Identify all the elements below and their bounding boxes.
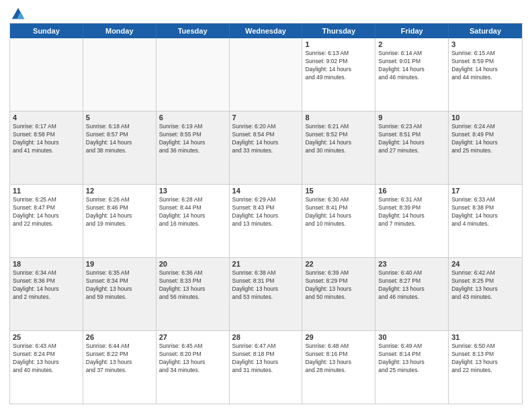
day-number: 6 [159, 113, 226, 122]
calendar-header: SundayMondayTuesdayWednesdayThursdayFrid… [10, 24, 522, 38]
day-number: 12 [86, 187, 153, 195]
day-number: 28 [232, 333, 300, 341]
day-info: Sunrise: 6:26 AM Sunset: 8:46 PM Dayligh… [86, 196, 153, 228]
cal-cell: 28Sunrise: 6:47 AM Sunset: 8:18 PM Dayli… [230, 331, 303, 404]
day-number: 10 [451, 113, 519, 122]
cal-cell: 1Sunrise: 6:13 AM Sunset: 9:02 PM Daylig… [302, 38, 375, 111]
day-info: Sunrise: 6:19 AM Sunset: 8:55 PM Dayligh… [159, 123, 226, 155]
day-number: 2 [378, 40, 445, 48]
day-number: 20 [159, 260, 226, 268]
day-info: Sunrise: 6:20 AM Sunset: 8:54 PM Dayligh… [232, 123, 300, 155]
day-number: 30 [378, 333, 445, 341]
cal-cell: 24Sunrise: 6:42 AM Sunset: 8:25 PM Dayli… [449, 258, 522, 330]
cal-cell: 7Sunrise: 6:20 AM Sunset: 8:54 PM Daylig… [230, 111, 303, 184]
cal-cell: 14Sunrise: 6:29 AM Sunset: 8:43 PM Dayli… [230, 185, 303, 257]
week-row-2: 11Sunrise: 6:25 AM Sunset: 8:47 PM Dayli… [10, 185, 522, 258]
cal-cell: 18Sunrise: 6:34 AM Sunset: 8:36 PM Dayli… [10, 258, 83, 330]
day-number: 21 [232, 260, 300, 268]
day-info: Sunrise: 6:36 AM Sunset: 8:33 PM Dayligh… [159, 269, 226, 302]
day-info: Sunrise: 6:15 AM Sunset: 8:59 PM Dayligh… [451, 50, 519, 82]
cal-cell: 26Sunrise: 6:44 AM Sunset: 8:22 PM Dayli… [83, 331, 157, 404]
day-info: Sunrise: 6:39 AM Sunset: 8:29 PM Dayligh… [305, 269, 372, 302]
day-number: 13 [159, 187, 226, 195]
cal-cell: 27Sunrise: 6:45 AM Sunset: 8:20 PM Dayli… [157, 331, 230, 404]
day-info: Sunrise: 6:25 AM Sunset: 8:47 PM Dayligh… [13, 196, 80, 228]
week-row-3: 18Sunrise: 6:34 AM Sunset: 8:36 PM Dayli… [10, 258, 522, 331]
calendar-body: 1Sunrise: 6:13 AM Sunset: 9:02 PM Daylig… [10, 38, 522, 404]
day-number: 24 [451, 260, 519, 268]
header-day-thursday: Thursday [302, 24, 375, 38]
page: SundayMondayTuesdayWednesdayThursdayFrid… [0, 0, 532, 411]
header-day-monday: Monday [83, 24, 157, 38]
day-info: Sunrise: 6:43 AM Sunset: 8:24 PM Dayligh… [13, 342, 80, 375]
day-info: Sunrise: 6:48 AM Sunset: 8:16 PM Dayligh… [305, 342, 372, 375]
cal-cell: 21Sunrise: 6:38 AM Sunset: 8:31 PM Dayli… [230, 258, 303, 330]
header-day-tuesday: Tuesday [157, 24, 230, 38]
day-info: Sunrise: 6:23 AM Sunset: 8:51 PM Dayligh… [378, 123, 445, 155]
day-info: Sunrise: 6:35 AM Sunset: 8:34 PM Dayligh… [86, 269, 153, 302]
cal-cell: 30Sunrise: 6:49 AM Sunset: 8:14 PM Dayli… [375, 331, 449, 404]
header-day-saturday: Saturday [449, 24, 522, 38]
day-info: Sunrise: 6:30 AM Sunset: 8:41 PM Dayligh… [305, 196, 372, 228]
day-info: Sunrise: 6:13 AM Sunset: 9:02 PM Dayligh… [305, 50, 372, 82]
day-info: Sunrise: 6:18 AM Sunset: 8:57 PM Dayligh… [86, 123, 153, 155]
day-number: 29 [305, 333, 372, 341]
week-row-4: 25Sunrise: 6:43 AM Sunset: 8:24 PM Dayli… [10, 331, 522, 404]
day-number: 18 [13, 260, 80, 268]
day-info: Sunrise: 6:24 AM Sunset: 8:49 PM Dayligh… [451, 123, 519, 155]
day-number: 9 [378, 113, 445, 122]
cal-cell: 31Sunrise: 6:50 AM Sunset: 8:13 PM Dayli… [449, 331, 522, 404]
day-number: 26 [86, 333, 153, 341]
day-number: 11 [13, 187, 80, 195]
day-number: 5 [86, 113, 153, 122]
calendar: SundayMondayTuesdayWednesdayThursdayFrid… [9, 23, 523, 404]
day-number: 22 [305, 260, 372, 268]
day-info: Sunrise: 6:45 AM Sunset: 8:20 PM Dayligh… [159, 342, 226, 375]
cal-cell: 19Sunrise: 6:35 AM Sunset: 8:34 PM Dayli… [83, 258, 157, 330]
cal-cell: 15Sunrise: 6:30 AM Sunset: 8:41 PM Dayli… [302, 185, 375, 257]
cal-cell: 25Sunrise: 6:43 AM Sunset: 8:24 PM Dayli… [10, 331, 83, 404]
day-number: 1 [305, 40, 372, 48]
day-info: Sunrise: 6:29 AM Sunset: 8:43 PM Dayligh… [232, 196, 300, 228]
logo [9, 7, 26, 19]
day-number: 7 [232, 113, 300, 122]
day-number: 23 [378, 260, 445, 268]
day-number: 3 [451, 40, 519, 48]
day-number: 19 [86, 260, 153, 268]
cal-cell: 6Sunrise: 6:19 AM Sunset: 8:55 PM Daylig… [157, 111, 230, 184]
header-day-wednesday: Wednesday [230, 24, 303, 38]
day-number: 16 [378, 187, 445, 195]
cal-cell: 17Sunrise: 6:33 AM Sunset: 8:38 PM Dayli… [449, 185, 522, 257]
day-info: Sunrise: 6:21 AM Sunset: 8:52 PM Dayligh… [305, 123, 372, 155]
day-info: Sunrise: 6:28 AM Sunset: 8:44 PM Dayligh… [159, 196, 226, 228]
day-number: 8 [305, 113, 372, 122]
cal-cell: 5Sunrise: 6:18 AM Sunset: 8:57 PM Daylig… [83, 111, 157, 184]
cal-cell: 20Sunrise: 6:36 AM Sunset: 8:33 PM Dayli… [157, 258, 230, 330]
cal-cell [10, 38, 83, 111]
cal-cell: 4Sunrise: 6:17 AM Sunset: 8:58 PM Daylig… [10, 111, 83, 184]
day-info: Sunrise: 6:34 AM Sunset: 8:36 PM Dayligh… [13, 269, 80, 302]
day-info: Sunrise: 6:42 AM Sunset: 8:25 PM Dayligh… [451, 269, 519, 302]
cal-cell [83, 38, 157, 111]
day-number: 4 [13, 113, 80, 122]
day-info: Sunrise: 6:47 AM Sunset: 8:18 PM Dayligh… [232, 342, 300, 375]
day-info: Sunrise: 6:14 AM Sunset: 9:01 PM Dayligh… [378, 50, 445, 82]
day-info: Sunrise: 6:33 AM Sunset: 8:38 PM Dayligh… [451, 196, 519, 228]
logo-icon [11, 7, 26, 21]
header-day-friday: Friday [375, 24, 449, 38]
cal-cell: 13Sunrise: 6:28 AM Sunset: 8:44 PM Dayli… [157, 185, 230, 257]
day-number: 27 [159, 333, 226, 341]
day-info: Sunrise: 6:17 AM Sunset: 8:58 PM Dayligh… [13, 123, 80, 155]
cal-cell: 3Sunrise: 6:15 AM Sunset: 8:59 PM Daylig… [449, 38, 522, 111]
cal-cell: 22Sunrise: 6:39 AM Sunset: 8:29 PM Dayli… [302, 258, 375, 330]
header [9, 7, 523, 19]
cal-cell: 8Sunrise: 6:21 AM Sunset: 8:52 PM Daylig… [302, 111, 375, 184]
cal-cell: 16Sunrise: 6:31 AM Sunset: 8:39 PM Dayli… [375, 185, 449, 257]
week-row-1: 4Sunrise: 6:17 AM Sunset: 8:58 PM Daylig… [10, 111, 522, 185]
day-number: 14 [232, 187, 300, 195]
day-number: 17 [451, 187, 519, 195]
day-info: Sunrise: 6:49 AM Sunset: 8:14 PM Dayligh… [378, 342, 445, 375]
day-info: Sunrise: 6:40 AM Sunset: 8:27 PM Dayligh… [378, 269, 445, 302]
day-info: Sunrise: 6:50 AM Sunset: 8:13 PM Dayligh… [451, 342, 519, 375]
cal-cell: 10Sunrise: 6:24 AM Sunset: 8:49 PM Dayli… [449, 111, 522, 184]
